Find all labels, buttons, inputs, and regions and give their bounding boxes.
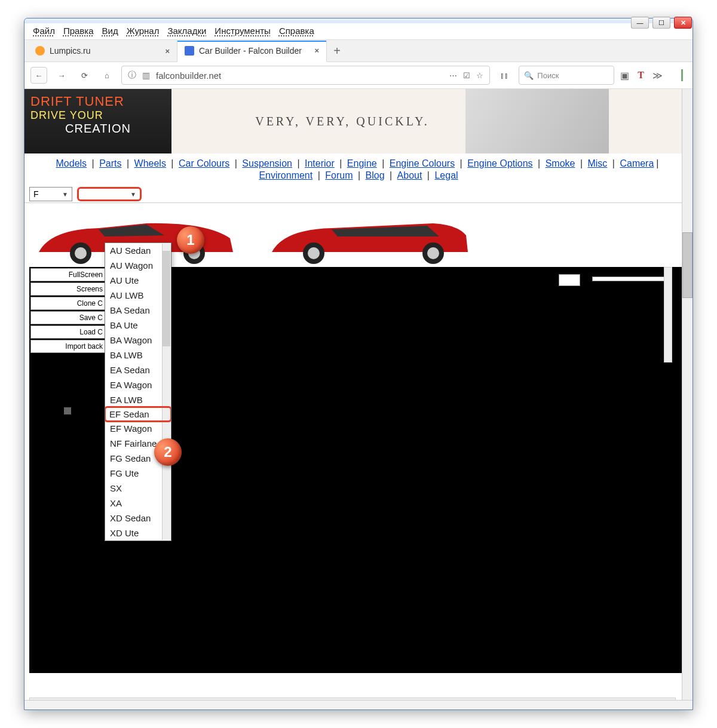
- extension-t-icon[interactable]: T: [638, 70, 644, 81]
- model-option-ef-wagon[interactable]: EF Wagon: [105, 421, 171, 436]
- nav-link-car-colours[interactable]: Car Colours: [179, 158, 229, 168]
- nav-link-legal[interactable]: Legal: [434, 170, 458, 180]
- reader-view-icon[interactable]: ▣: [620, 70, 629, 81]
- model-option-ea-wagon[interactable]: EA Wagon: [105, 377, 171, 392]
- close-tab-icon[interactable]: ×: [314, 46, 319, 55]
- scroll-thumb[interactable]: [682, 232, 693, 298]
- svg-point-7: [427, 247, 439, 259]
- overflow-icon[interactable]: ≫: [652, 70, 663, 81]
- ad-drift-tuner[interactable]: DRIFT TUNER DRIVE YOUR CREATION: [24, 89, 171, 153]
- model-option-sx[interactable]: SX: [105, 481, 171, 496]
- screens-button[interactable]: Screens: [30, 282, 106, 296]
- ad-tagline: VERY, VERY, QUICKLY.: [255, 115, 430, 128]
- favicon-carbuilder-icon: [185, 46, 194, 56]
- make-select[interactable]: F ▼: [29, 187, 72, 201]
- nav-link-engine-colours[interactable]: Engine Colours: [390, 158, 455, 168]
- minimize-button[interactable]: [631, 17, 649, 29]
- nav-link-forum[interactable]: Forum: [325, 170, 353, 180]
- model-option-ea-sedan[interactable]: EA Sedan: [105, 363, 171, 377]
- ad-line2: DRIVE YOUR: [30, 109, 166, 122]
- ad-banner-right[interactable]: VERY, VERY, QUICKLY.: [171, 89, 693, 153]
- annotation-callout-2: 2: [154, 438, 182, 466]
- model-option-xa[interactable]: XA: [105, 496, 171, 511]
- menu-file[interactable]: Файл: [33, 26, 55, 36]
- model-option-ba-sedan[interactable]: BA Sedan: [105, 303, 171, 318]
- nav-link-interior[interactable]: Interior: [305, 158, 335, 168]
- model-option-ef-sedan[interactable]: EF Sedan: [105, 406, 171, 422]
- nav-link-parts[interactable]: Parts: [99, 158, 121, 168]
- reload-button[interactable]: ⟳: [76, 67, 93, 84]
- back-button[interactable]: ←: [30, 67, 47, 84]
- fullscreen-button[interactable]: FullScreen: [30, 268, 106, 281]
- nav-link-smoke[interactable]: Smoke: [546, 158, 575, 168]
- nav-link-engine-options[interactable]: Engine Options: [467, 158, 532, 168]
- tab-carbuilder[interactable]: Car Builder - Falcon Builder ×: [177, 41, 327, 62]
- model-option-au-wagon[interactable]: AU Wagon: [105, 258, 171, 273]
- nav-link-models[interactable]: Models: [56, 158, 87, 168]
- side-toolbar: FullScreen Screens Clone C Save C Load C…: [29, 267, 107, 354]
- menu-history[interactable]: Журнал: [127, 26, 160, 36]
- nav-link-misc[interactable]: Misc: [587, 158, 607, 168]
- model-select[interactable]: ▼: [77, 187, 142, 201]
- site-info-icon[interactable]: ⓘ: [128, 70, 136, 81]
- model-option-ba-ute[interactable]: BA Ute: [105, 318, 171, 333]
- model-option-xd-sedan[interactable]: XD Sedan: [105, 511, 171, 526]
- tab-lumpics[interactable]: Lumpics.ru ×: [28, 40, 177, 62]
- home-button[interactable]: ⌂: [99, 67, 115, 84]
- bookmark-star-icon[interactable]: ☆: [476, 71, 483, 80]
- model-option-au-lwb[interactable]: AU LWB: [105, 288, 171, 303]
- dropdown-scroll-thumb[interactable]: [163, 251, 170, 346]
- save-button[interactable]: Save C: [30, 311, 106, 324]
- menu-edit[interactable]: Правка: [63, 26, 94, 36]
- page-vertical-scrollbar[interactable]: [682, 89, 693, 709]
- menu-tools[interactable]: Инструменты: [215, 26, 271, 36]
- clone-button[interactable]: Clone C: [30, 297, 106, 310]
- page-actions-icon[interactable]: ⋯: [449, 71, 457, 80]
- model-option-xd-ute[interactable]: XD Ute: [105, 526, 171, 540]
- load-button[interactable]: Load C: [30, 325, 106, 339]
- close-tab-icon[interactable]: ×: [165, 47, 170, 56]
- import-back-button[interactable]: Import back: [30, 340, 106, 353]
- address-bar[interactable]: ⓘ ▥ falconbuilder.net ⋯ ☑ ☆: [121, 66, 490, 85]
- model-option-ba-lwb[interactable]: BA LWB: [105, 348, 171, 363]
- menu-help[interactable]: Справка: [279, 26, 314, 36]
- menu-view[interactable]: Вид: [102, 26, 118, 36]
- nav-link-blog[interactable]: Blog: [366, 170, 385, 180]
- search-box[interactable]: 🔍 Поиск: [519, 66, 614, 85]
- nav-link-about[interactable]: About: [397, 170, 422, 180]
- new-tab-button[interactable]: +: [327, 41, 347, 61]
- model-option-ea-lwb[interactable]: EA LWB: [105, 392, 171, 407]
- selector-row: F ▼ ▼: [24, 186, 693, 202]
- model-option-fg-ute[interactable]: FG Ute: [105, 466, 171, 481]
- close-window-button[interactable]: [674, 17, 692, 29]
- menubar: Файл Правка Вид Журнал Закладки Инструме…: [24, 23, 693, 40]
- tab-strip: Lumpics.ru × Car Builder - Falcon Builde…: [24, 40, 693, 62]
- forward-button[interactable]: →: [53, 67, 70, 84]
- nav-link-engine[interactable]: Engine: [347, 158, 377, 168]
- car-wagon-image: [260, 205, 475, 265]
- dropdown-scrollbar[interactable]: [162, 244, 170, 540]
- model-dropdown[interactable]: AU SedanAU WagonAU UteAU LWBBA SedanBA U…: [105, 242, 171, 541]
- url-text: falconbuilder.net: [156, 70, 443, 81]
- window-controls: [631, 17, 692, 29]
- nav-link-camera[interactable]: Camera: [620, 158, 654, 168]
- menu-bookmarks[interactable]: Закладки: [167, 26, 206, 36]
- library-icon[interactable]: ⫿⫿: [496, 67, 513, 84]
- model-option-au-ute[interactable]: AU Ute: [105, 273, 171, 288]
- shield-icon[interactable]: ☑: [463, 71, 470, 80]
- site-nav: Models | Parts | Wheels | Car Colours | …: [24, 153, 693, 186]
- nav-link-environment[interactable]: Environment: [259, 170, 312, 180]
- hamburger-menu-icon[interactable]: [671, 69, 683, 81]
- nav-link-suspension[interactable]: Suspension: [242, 158, 292, 168]
- nav-link-wheels[interactable]: Wheels: [134, 158, 166, 168]
- model-option-ba-wagon[interactable]: BA Wagon: [105, 333, 171, 348]
- car-width-icon[interactable]: [559, 274, 580, 286]
- width-slider[interactable]: [592, 277, 670, 281]
- top-banner: DRIFT TUNER DRIVE YOUR CREATION VERY, VE…: [24, 89, 693, 153]
- small-square-icon: [64, 407, 71, 414]
- ad-image: [465, 89, 609, 153]
- inner-scrollbar[interactable]: [664, 267, 672, 363]
- svg-point-6: [308, 247, 320, 259]
- model-option-au-sedan[interactable]: AU Sedan: [105, 243, 171, 258]
- maximize-button[interactable]: [652, 17, 670, 29]
